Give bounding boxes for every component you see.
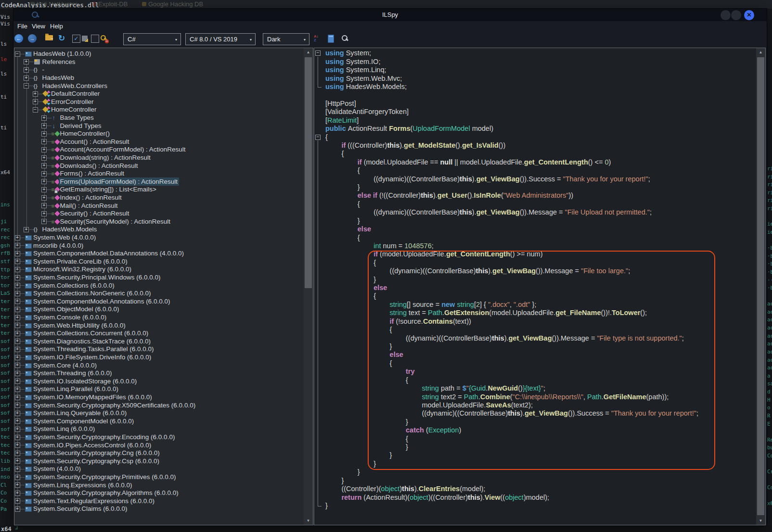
code-line[interactable]: if (!source.Contains(text)) bbox=[390, 317, 471, 326]
code-line[interactable]: else bbox=[373, 284, 387, 292]
tree-row[interactable]: −{}HadesWeb.Controllers bbox=[14, 82, 303, 90]
tree-expander[interactable]: + bbox=[24, 59, 29, 64]
menu-view[interactable]: View bbox=[32, 23, 45, 30]
tree-row[interactable]: +System.Collections.NonGeneric (6.0.0.0) bbox=[14, 290, 303, 298]
tree-row[interactable]: +System.Linq.Queryable (6.0.0.0) bbox=[14, 409, 303, 418]
tree-scrollbar-thumb[interactable] bbox=[305, 57, 312, 288]
tree-row[interactable]: +{}HadesWeb bbox=[14, 74, 303, 82]
decompiled-code-pane[interactable]: −− using System;using System.IO;using Sy… bbox=[314, 48, 766, 525]
code-line[interactable]: } bbox=[406, 443, 408, 451]
tree-expander[interactable]: + bbox=[15, 315, 20, 320]
code-line[interactable]: } bbox=[358, 217, 360, 225]
code-line[interactable]: } bbox=[341, 477, 344, 485]
tree-row[interactable]: +DefaultController bbox=[14, 90, 303, 98]
code-line[interactable]: } bbox=[373, 276, 376, 284]
tree-row[interactable]: +System.Collections (6.0.0.0) bbox=[14, 281, 303, 290]
code-line[interactable]: return (ActionResult)(object)((Controlle… bbox=[341, 494, 549, 502]
tree-expander[interactable]: + bbox=[41, 203, 47, 208]
code-line[interactable]: using System.IO; bbox=[325, 58, 380, 66]
tree-expander[interactable]: + bbox=[41, 131, 47, 137]
code-line[interactable]: string path = $"{Guid.NewGuid()}{text}"; bbox=[422, 384, 545, 393]
tree-expander[interactable]: + bbox=[15, 371, 20, 376]
tree-expander[interactable]: + bbox=[15, 395, 20, 400]
code-line[interactable]: using HadesWeb.Models; bbox=[325, 83, 407, 91]
tree-expander[interactable]: + bbox=[15, 467, 20, 472]
tree-expander[interactable]: + bbox=[15, 491, 20, 496]
tree-row[interactable]: +System.Security.Claims (6.0.0.0) bbox=[14, 505, 303, 513]
language-dropdown[interactable]: C# ▾ bbox=[123, 33, 181, 45]
tree-expander[interactable]: + bbox=[15, 379, 20, 384]
code-line[interactable]: { bbox=[325, 133, 328, 141]
tree-expander[interactable]: + bbox=[15, 458, 20, 464]
tree-expander[interactable]: + bbox=[15, 243, 20, 248]
tree-expander[interactable]: + bbox=[15, 259, 20, 264]
code-line[interactable]: model.UploadedFile.SaveAs(text2); bbox=[422, 401, 533, 409]
close-button[interactable]: ✕ bbox=[744, 10, 754, 20]
code-line[interactable]: using System.Linq; bbox=[325, 66, 386, 74]
code-line[interactable]: string text = Path.GetExtension(model.Up… bbox=[390, 309, 647, 317]
code-line[interactable]: { bbox=[390, 359, 392, 367]
tree-row[interactable]: +≡Downloads() : ActionResult bbox=[14, 162, 303, 170]
tree-row[interactable]: +System.Linq (6.0.0.0) bbox=[14, 425, 303, 433]
tree-row[interactable]: +System.Security.Cryptography.Cng (6.0.0… bbox=[14, 449, 303, 457]
tree-expander[interactable]: + bbox=[24, 76, 29, 81]
tree-row[interactable]: +System.IO.MemoryMappedFiles (6.0.0.0) bbox=[14, 393, 303, 402]
code-line[interactable]: ((dynamic)((ControllerBase)this).get_Vie… bbox=[373, 175, 650, 183]
tree-expander[interactable]: + bbox=[15, 427, 20, 432]
tree-row[interactable]: +System.Text.RegularExpressions (6.0.0.0… bbox=[14, 497, 303, 505]
tree-expander[interactable]: + bbox=[33, 91, 38, 97]
scroll-down-icon[interactable]: ▼ bbox=[756, 517, 765, 525]
code-line[interactable]: string text2 = Path.Combine("C:\\inetpub… bbox=[422, 393, 669, 401]
code-fold-marker[interactable]: − bbox=[315, 135, 321, 140]
tree-row[interactable]: +≡Account(AccountFormModel) : ActionResu… bbox=[14, 146, 303, 154]
code-line[interactable]: { bbox=[373, 292, 376, 300]
tree-expander[interactable]: + bbox=[41, 163, 47, 168]
tree-row[interactable]: +≡HomeController() bbox=[14, 130, 303, 138]
code-line[interactable]: { bbox=[358, 166, 360, 175]
menu-help[interactable]: Help bbox=[50, 23, 63, 30]
tree-row[interactable]: +System.Console (6.0.0.0) bbox=[14, 314, 303, 322]
tree-expander[interactable]: + bbox=[41, 171, 47, 177]
code-line[interactable]: } bbox=[358, 183, 360, 191]
code-line[interactable]: else bbox=[358, 225, 371, 233]
tree-expander[interactable]: + bbox=[41, 147, 47, 152]
tree-row[interactable]: +System.Security.Cryptography.Algorithms… bbox=[14, 489, 303, 497]
tree-expander[interactable]: + bbox=[41, 187, 47, 192]
code-line[interactable]: } bbox=[390, 451, 392, 459]
tree-scrollbar[interactable]: ▲ ▼ bbox=[304, 48, 313, 525]
code-scrollbar[interactable]: ▲ ▼ bbox=[756, 48, 765, 525]
code-line[interactable]: } bbox=[390, 342, 392, 351]
tree-expander[interactable]: + bbox=[15, 498, 20, 504]
code-line[interactable]: try bbox=[406, 367, 415, 376]
tree-row[interactable]: +System.Threading.Tasks.Parallel (6.0.0.… bbox=[14, 345, 303, 354]
show-private-members-checkbox[interactable] bbox=[91, 35, 99, 43]
code-line[interactable]: using System.Web.Mvc; bbox=[325, 75, 402, 83]
tree-expander[interactable]: + bbox=[15, 411, 20, 416]
code-line[interactable]: else if (!((Controller)this).get_User().… bbox=[358, 191, 573, 200]
refresh-button[interactable]: ↻ bbox=[58, 34, 65, 43]
code-fold-marker[interactable]: − bbox=[315, 51, 321, 56]
tree-row[interactable]: +System.IO.FileSystem.DriveInfo (6.0.0.0… bbox=[14, 354, 303, 362]
tree-row[interactable]: +System.Security.Cryptography.Csp (6.0.0… bbox=[14, 457, 303, 465]
code-line[interactable]: using System; bbox=[325, 49, 371, 57]
tree-row[interactable]: +≡Forms(UploadFormModel) : ActionResult bbox=[14, 177, 303, 186]
tree-expander[interactable]: + bbox=[15, 299, 20, 304]
tree-row[interactable]: +≡Forms() : ActionResult bbox=[14, 170, 303, 178]
tree-row[interactable]: −HadesWeb (1.0.0.0) bbox=[14, 50, 303, 58]
tree-row[interactable]: +System.ComponentModel.Annotations (6.0.… bbox=[14, 297, 303, 305]
code-line[interactable]: ((dynamic)((ControllerBase)this).get_Vie… bbox=[422, 409, 698, 418]
scroll-up-icon[interactable]: ▲ bbox=[304, 48, 313, 56]
code-line[interactable]: ((dynamic)((ControllerBase)this).get_Vie… bbox=[373, 208, 652, 216]
tree-row[interactable]: +≡GetEmails(string[]) : List<Emails> bbox=[14, 186, 303, 194]
code-line[interactable]: } bbox=[325, 502, 328, 510]
tree-expander[interactable]: + bbox=[15, 251, 20, 256]
open-file-button[interactable]: → bbox=[45, 33, 53, 38]
tree-row[interactable]: +≡Security() : ActionResult bbox=[14, 210, 303, 218]
tree-row[interactable]: +System.Security.Cryptography.Primitives… bbox=[14, 473, 303, 481]
toggle-panel-button[interactable] bbox=[328, 35, 334, 43]
maximize-button[interactable] bbox=[731, 10, 741, 20]
tree-row[interactable]: +System.Core (4.0.0.0) bbox=[14, 361, 303, 369]
tree-expander[interactable]: − bbox=[24, 83, 29, 89]
tree-row[interactable]: +System.ComponentModel.DataAnnotations (… bbox=[14, 250, 303, 258]
tree-expander[interactable]: + bbox=[41, 179, 47, 184]
